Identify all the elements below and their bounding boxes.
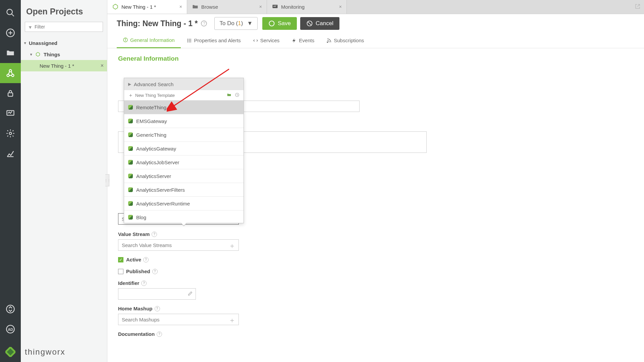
close-icon[interactable]: × — [339, 4, 342, 9]
help-icon[interactable]: ? — [152, 232, 157, 237]
etab-properties[interactable]: Properties and Alerts — [181, 33, 247, 48]
etab-subscriptions[interactable]: Subscriptions — [320, 33, 370, 48]
tree-node-new-thing[interactable]: New Thing - 1 * × — [21, 60, 107, 71]
template-option[interactable]: GenericThing — [124, 128, 244, 142]
analytics-icon[interactable] — [0, 143, 21, 164]
checkbox-checked-icon[interactable] — [118, 257, 123, 262]
info-icon — [123, 37, 128, 43]
svg-rect-8 — [8, 93, 13, 97]
tree-node-unassigned[interactable]: ▾ Unassigned — [21, 37, 107, 49]
folder-icon[interactable] — [227, 93, 231, 98]
section-title: General Information — [118, 55, 633, 62]
template-icon — [128, 119, 133, 123]
help-icon[interactable]: ? — [152, 269, 158, 274]
services-icon — [253, 38, 258, 43]
svg-point-33 — [327, 42, 328, 43]
svg-marker-16 — [36, 52, 40, 56]
svg-line-23 — [308, 22, 311, 25]
advanced-search-row[interactable]: ▶ Advanced Search — [124, 78, 244, 90]
brand-logo-icon — [0, 342, 21, 362]
plus-icon[interactable]: ＋ — [229, 241, 235, 250]
template-icon — [128, 160, 133, 165]
help-icon[interactable]: ? — [143, 257, 149, 262]
tab-monitoring[interactable]: Monitoring × — [267, 0, 347, 14]
thing-icon — [112, 3, 119, 10]
identifier-input[interactable] — [118, 288, 196, 300]
cancel-button[interactable]: Cancel — [300, 17, 339, 30]
folder-icon — [192, 3, 199, 10]
todo-dropdown[interactable]: To Do (1) ▼ — [214, 17, 258, 30]
template-list[interactable]: RemoteThing EMSGateway GenericThing Anal… — [124, 100, 244, 223]
active-checkbox-row[interactable]: Active? — [118, 257, 633, 262]
events-icon — [291, 38, 297, 43]
filter-input[interactable] — [25, 22, 103, 32]
search-icon[interactable] — [0, 3, 21, 23]
svg-point-26 — [125, 39, 125, 39]
etab-events[interactable]: Events — [285, 33, 320, 48]
subscriptions-icon — [326, 38, 332, 43]
add-icon[interactable] — [0, 23, 21, 43]
svg-point-10 — [9, 132, 12, 135]
template-icon — [128, 215, 133, 220]
home-mashup-search[interactable] — [118, 314, 239, 325]
template-option[interactable]: AnalyticsServerFilters — [124, 183, 244, 197]
thing-collection-icon — [35, 51, 41, 57]
etab-services[interactable]: Services — [247, 33, 286, 48]
folder-icon[interactable] — [0, 43, 21, 63]
transfer-icon[interactable] — [0, 299, 21, 319]
help-icon[interactable]: ? — [141, 281, 147, 286]
tab-label: Browse — [201, 4, 218, 10]
documentation-label: Documentation? — [118, 331, 169, 337]
svg-point-31 — [187, 40, 188, 41]
brand-text: thingworx — [21, 347, 65, 357]
popout-icon[interactable] — [635, 3, 641, 11]
close-icon[interactable]: × — [259, 4, 262, 9]
project-tree: ▾ Unassigned ▾ Things New Thing - 1 * × — [21, 36, 107, 71]
save-button[interactable]: Save — [262, 17, 297, 30]
svg-text:AD: AD — [8, 327, 13, 331]
template-option[interactable]: AnalyticsJobServer — [124, 156, 244, 169]
template-option[interactable]: RemoteThing — [124, 101, 244, 114]
help-icon[interactable]: ? — [157, 331, 162, 337]
recent-icon[interactable] — [235, 93, 239, 98]
published-checkbox-row[interactable]: Published? — [118, 268, 633, 274]
template-option[interactable]: AnalyticsServerRuntime — [124, 197, 244, 210]
etab-general[interactable]: General Information — [117, 33, 181, 48]
edit-icon[interactable] — [188, 291, 193, 297]
help-icon[interactable]: ? — [201, 20, 207, 26]
close-icon[interactable]: × — [179, 4, 182, 9]
value-stream-search[interactable] — [118, 239, 239, 251]
entity-header: Thing: New Thing - 1 * ? To Do (1) ▼ Sav… — [107, 14, 644, 33]
svg-point-32 — [187, 42, 188, 42]
plus-icon[interactable]: ＋ — [229, 316, 235, 325]
help-icon[interactable]: ? — [155, 306, 160, 311]
new-template-row[interactable]: ＋ New Thing Template — [124, 90, 244, 100]
left-icon-rail: AD — [0, 0, 21, 362]
template-option[interactable]: EMSGateway — [124, 114, 244, 128]
projects-icon[interactable] — [0, 63, 21, 83]
tab-label: New Thing - 1 * — [121, 4, 156, 10]
svg-point-21 — [269, 21, 274, 26]
tree-label: Unassigned — [29, 40, 57, 46]
checkbox-icon[interactable] — [118, 269, 123, 274]
tree-node-things[interactable]: ▾ Things — [21, 49, 107, 60]
close-icon[interactable]: × — [101, 63, 104, 69]
plus-icon: ＋ — [128, 92, 133, 99]
filter-icon — [28, 25, 32, 31]
tab-new-thing[interactable]: New Thing - 1 * × — [107, 0, 187, 14]
template-option[interactable]: AnalyticsServer — [124, 169, 244, 183]
template-option[interactable]: Blog — [124, 210, 244, 223]
monitor-icon[interactable] — [0, 103, 21, 123]
tab-label: Monitoring — [281, 4, 305, 10]
sidebar: Open Projects ▾ Unassigned ▾ Things New … — [21, 0, 107, 362]
tab-browse[interactable]: Browse × — [187, 0, 267, 14]
ad-icon[interactable]: AD — [0, 319, 21, 339]
svg-point-7 — [12, 74, 14, 77]
security-icon[interactable] — [0, 83, 21, 103]
template-option[interactable]: AnalyticsGateway — [124, 142, 244, 156]
template-icon — [128, 201, 133, 206]
template-icon — [128, 132, 133, 137]
cancel-icon — [306, 20, 313, 27]
settings-icon[interactable] — [0, 123, 21, 143]
template-icon — [128, 187, 133, 192]
